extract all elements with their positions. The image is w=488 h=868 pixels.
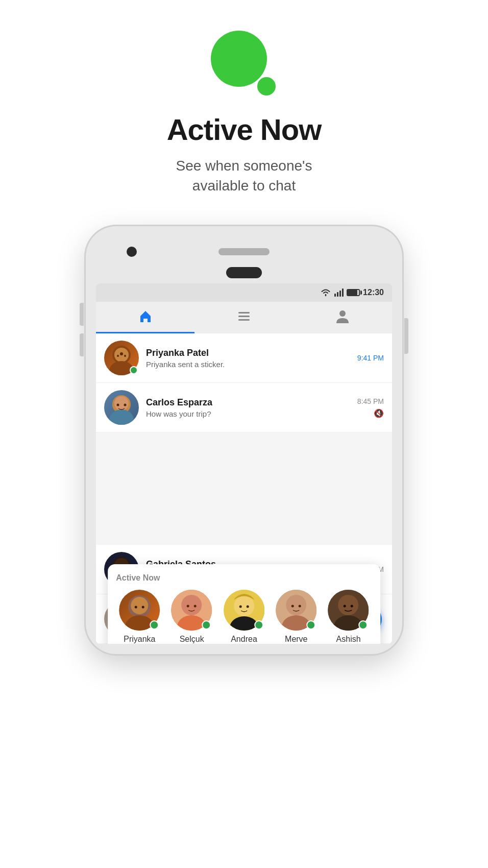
status-icons: 12:30 bbox=[320, 288, 384, 297]
svg-point-23 bbox=[142, 606, 144, 609]
svg-point-32 bbox=[239, 606, 241, 608]
online-indicator-priyanka bbox=[130, 366, 138, 374]
phone-top-bar bbox=[96, 236, 392, 267]
svg-point-16 bbox=[109, 409, 134, 425]
chat-meta-carlos: 8:45 PM 🔇 bbox=[357, 397, 384, 418]
svg-point-20 bbox=[131, 597, 148, 614]
active-contact-priyanka[interactable]: Priyanka bbox=[119, 590, 160, 644]
svg-point-43 bbox=[351, 605, 353, 608]
avatar-container-carlos bbox=[104, 390, 139, 425]
svg-rect-3 bbox=[342, 288, 344, 297]
svg-point-30 bbox=[234, 596, 254, 616]
active-name-ashish: Ashish bbox=[336, 635, 361, 644]
chat-preview-priyanka: Priyanka sent a sticker. bbox=[146, 360, 357, 369]
battery-icon bbox=[347, 289, 360, 296]
navigation-tabs bbox=[96, 302, 392, 333]
chat-item-carlos[interactable]: Carlos Esparza How was your trip? 8:45 P… bbox=[96, 383, 392, 432]
logo-small-bubble bbox=[256, 76, 277, 97]
avatar-carlos bbox=[104, 390, 139, 425]
svg-point-7 bbox=[339, 310, 346, 317]
active-avatar-wrap-priyanka bbox=[119, 590, 160, 631]
svg-point-38 bbox=[299, 605, 301, 608]
tab-profile[interactable] bbox=[294, 302, 392, 333]
front-camera bbox=[127, 247, 137, 257]
phone-mockup: 12:30 bbox=[86, 226, 402, 654]
active-now-popup-title: Active Now bbox=[116, 573, 372, 583]
phone-speaker bbox=[218, 248, 270, 255]
svg-point-27 bbox=[187, 605, 189, 608]
person-icon bbox=[335, 309, 350, 323]
svg-point-37 bbox=[291, 605, 294, 608]
active-online-ashish bbox=[359, 620, 368, 630]
svg-rect-1 bbox=[337, 292, 338, 297]
volume-up-button bbox=[80, 303, 84, 326]
svg-rect-0 bbox=[334, 294, 336, 297]
page-subtitle: See when someone'savailable to chat bbox=[176, 156, 312, 196]
active-name-merve: Merve bbox=[285, 635, 307, 644]
active-contact-andrea[interactable]: Andrea bbox=[224, 590, 264, 644]
active-name-selcuk: Selçuk bbox=[180, 635, 204, 644]
active-name-priyanka: Priyanka bbox=[124, 635, 155, 644]
chat-info-carlos: Carlos Esparza How was your trip? bbox=[146, 397, 357, 418]
active-contact-selcuk[interactable]: Selçuk bbox=[172, 590, 212, 644]
active-avatar-wrap-ashish bbox=[328, 590, 369, 631]
active-avatar-wrap-selcuk bbox=[172, 590, 212, 631]
home-icon bbox=[138, 309, 153, 323]
svg-point-42 bbox=[344, 605, 346, 608]
app-logo bbox=[211, 31, 277, 97]
wifi-icon bbox=[320, 288, 331, 297]
active-name-andrea: Andrea bbox=[231, 635, 257, 644]
chat-name-priyanka: Priyanka Patel bbox=[146, 348, 357, 358]
svg-rect-2 bbox=[339, 291, 341, 297]
header-section: Active Now See when someone'savailable t… bbox=[0, 0, 488, 216]
svg-point-25 bbox=[182, 595, 202, 615]
chat-preview-carlos: How was your trip? bbox=[146, 409, 357, 418]
tab-messages[interactable] bbox=[194, 302, 293, 333]
status-time: 12:30 bbox=[363, 288, 384, 297]
phone-body: 12:30 bbox=[86, 226, 402, 654]
signal-icon bbox=[334, 288, 344, 297]
active-online-selcuk bbox=[202, 620, 211, 630]
svg-point-22 bbox=[135, 606, 137, 609]
svg-point-13 bbox=[124, 355, 126, 357]
earpiece bbox=[226, 267, 262, 278]
svg-point-28 bbox=[194, 605, 197, 608]
chat-item-priyanka[interactable]: Priyanka Patel Priyanka sent a sticker. … bbox=[96, 333, 392, 383]
active-avatar-wrap-andrea bbox=[224, 590, 264, 631]
svg-rect-5 bbox=[238, 316, 250, 317]
svg-point-15 bbox=[114, 396, 129, 411]
svg-point-33 bbox=[246, 606, 249, 608]
svg-point-17 bbox=[117, 404, 119, 406]
chat-info-priyanka: Priyanka Patel Priyanka sent a sticker. bbox=[146, 348, 357, 369]
list-icon bbox=[237, 310, 251, 322]
chat-time-priyanka: 9:41 PM bbox=[357, 354, 384, 362]
active-online-merve bbox=[306, 620, 315, 630]
active-contacts-list: Priyanka bbox=[116, 590, 372, 644]
svg-rect-4 bbox=[238, 312, 250, 314]
chat-list: Priyanka Patel Priyanka sent a sticker. … bbox=[96, 333, 392, 432]
svg-rect-6 bbox=[238, 319, 250, 321]
status-bar: 12:30 bbox=[96, 283, 392, 302]
power-button bbox=[404, 318, 408, 354]
volume-down-button bbox=[80, 333, 84, 356]
svg-point-18 bbox=[124, 404, 127, 406]
active-contact-merve[interactable]: Merve bbox=[276, 590, 316, 644]
svg-point-12 bbox=[117, 355, 119, 357]
active-online-andrea bbox=[254, 620, 263, 630]
active-now-popup: Active Now bbox=[108, 564, 380, 644]
svg-point-11 bbox=[120, 352, 123, 355]
svg-point-35 bbox=[286, 595, 306, 615]
avatar-container-priyanka bbox=[104, 341, 139, 375]
tab-home[interactable] bbox=[96, 302, 194, 333]
muted-icon-carlos: 🔇 bbox=[374, 408, 384, 418]
page-title: Active Now bbox=[167, 112, 322, 147]
active-contact-ashish[interactable]: Ashish bbox=[328, 590, 369, 644]
chat-meta-priyanka: 9:41 PM bbox=[357, 354, 384, 362]
chat-name-carlos: Carlos Esparza bbox=[146, 397, 357, 408]
active-online-priyanka bbox=[150, 620, 159, 630]
svg-point-40 bbox=[338, 595, 359, 615]
phone-screen: 12:30 bbox=[96, 283, 392, 644]
active-avatar-wrap-merve bbox=[276, 590, 316, 631]
chat-time-carlos: 8:45 PM bbox=[357, 397, 384, 405]
